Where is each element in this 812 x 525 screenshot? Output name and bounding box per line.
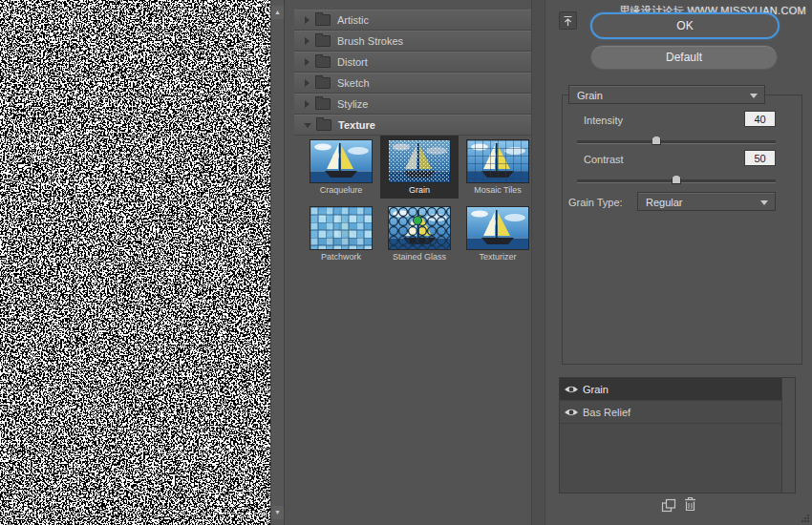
expand-arrow-icon[interactable] — [305, 58, 310, 66]
visibility-eye-icon[interactable] — [560, 385, 583, 394]
contrast-input[interactable] — [744, 150, 776, 166]
contrast-label: Contrast — [584, 154, 624, 165]
preview-scrollbar[interactable]: ▲ ▼ — [270, 0, 285, 525]
expand-arrow-icon[interactable] — [305, 16, 310, 24]
folder-icon — [315, 35, 331, 47]
chevron-down-icon — [750, 94, 758, 98]
expand-arrow-icon[interactable] — [305, 37, 310, 45]
visibility-eye-icon[interactable] — [560, 408, 583, 417]
filter-thumb-patchwork[interactable]: Patchwork — [302, 202, 380, 265]
filter-thumb-craquelure[interactable]: Craquelure — [302, 136, 380, 199]
new-layer-icon — [661, 498, 676, 513]
intensity-slider[interactable] — [577, 140, 776, 144]
category-label: Texture — [338, 119, 375, 131]
contrast-slider[interactable] — [577, 179, 776, 183]
filter-thumbnail-image — [310, 139, 373, 183]
ok-button[interactable]: OK — [590, 12, 780, 39]
category-label: Stylize — [337, 98, 368, 110]
collapse-up-icon — [563, 15, 573, 27]
category-label: Brush Strokes — [337, 35, 403, 47]
collapse-arrow-icon[interactable] — [304, 123, 311, 128]
default-button[interactable]: Default — [590, 45, 778, 70]
filter-preview-image[interactable] — [0, 0, 270, 525]
filter-thumb-mosaic-tiles[interactable]: Mosaic Tiles — [459, 136, 537, 199]
filter-category-artistic[interactable]: Artistic — [294, 10, 531, 31]
filter-thumbnail-image — [466, 139, 529, 183]
folder-icon — [315, 56, 331, 68]
effect-layer-row-grain[interactable]: Grain — [560, 378, 782, 401]
folder-icon — [315, 14, 331, 26]
resize-grip[interactable] — [800, 513, 810, 523]
filter-list-scrollbar[interactable] — [531, 0, 545, 525]
folder-icon — [316, 119, 331, 131]
filter-thumbnail-image — [388, 139, 451, 183]
folder-icon — [315, 77, 331, 89]
grain-type-dropdown[interactable]: Regular — [637, 192, 776, 211]
filter-select-dropdown[interactable]: Grain — [568, 85, 765, 104]
filter-settings-group — [562, 94, 802, 365]
thumb-label: Craquelure — [302, 185, 380, 195]
thumb-label: Grain — [380, 185, 459, 195]
thumb-label: Patchwork — [302, 252, 380, 262]
layers-scrollbar[interactable] — [781, 378, 795, 493]
category-label: Artistic — [337, 14, 369, 26]
grain-type-value: Regular — [646, 197, 683, 208]
new-effect-layer-button[interactable] — [660, 496, 677, 514]
ok-button-label: OK — [676, 19, 693, 32]
filter-thumb-texturizer[interactable]: Texturizer — [459, 202, 537, 265]
filter-thumbnail-image — [388, 206, 451, 250]
expand-arrow-icon[interactable] — [305, 79, 310, 87]
filter-thumbnail-image — [310, 206, 373, 250]
filter-thumb-grain[interactable]: Grain — [380, 136, 459, 199]
effect-layer-row-bas-relief[interactable]: Bas Relief — [560, 401, 782, 424]
filter-category-brush-strokes[interactable]: Brush Strokes — [294, 31, 531, 52]
scroll-up-icon[interactable]: ▲ — [271, 6, 284, 19]
default-button-label: Default — [666, 51, 702, 64]
chevron-down-icon — [760, 200, 768, 205]
thumb-label: Mosaic Tiles — [459, 185, 537, 195]
filter-category-texture[interactable]: Texture — [294, 115, 531, 136]
category-label: Sketch — [337, 77, 370, 89]
scroll-down-icon[interactable]: ▼ — [271, 506, 284, 519]
intensity-input[interactable] — [744, 111, 776, 127]
filter-gallery-dialog: ▲ ▼ Artistic Brush Strokes Distort Sketc… — [0, 0, 812, 525]
effect-layer-label: Grain — [583, 384, 609, 395]
thumb-label: Stained Glass — [380, 252, 459, 262]
filter-select-value: Grain — [577, 90, 603, 101]
grain-type-label: Grain Type: — [568, 197, 623, 208]
filter-thumbnail-image — [466, 206, 529, 250]
effect-layers-panel: Grain Bas Relief — [559, 377, 796, 494]
effect-layer-label: Bas Relief — [583, 407, 630, 418]
trash-icon — [684, 496, 696, 512]
thumb-label: Texturizer — [459, 252, 537, 262]
delete-effect-layer-button[interactable] — [681, 495, 698, 513]
filter-thumb-stained-glass[interactable]: Stained Glass — [380, 202, 459, 265]
filter-category-stylize[interactable]: Stylize — [294, 94, 531, 115]
category-label: Distort — [337, 56, 368, 68]
filter-category-distort[interactable]: Distort — [294, 52, 531, 73]
collapse-panel-button[interactable] — [559, 11, 577, 30]
filter-category-sketch[interactable]: Sketch — [294, 73, 531, 94]
folder-icon — [315, 98, 331, 110]
expand-arrow-icon[interactable] — [305, 100, 310, 108]
intensity-label: Intensity — [584, 115, 623, 126]
